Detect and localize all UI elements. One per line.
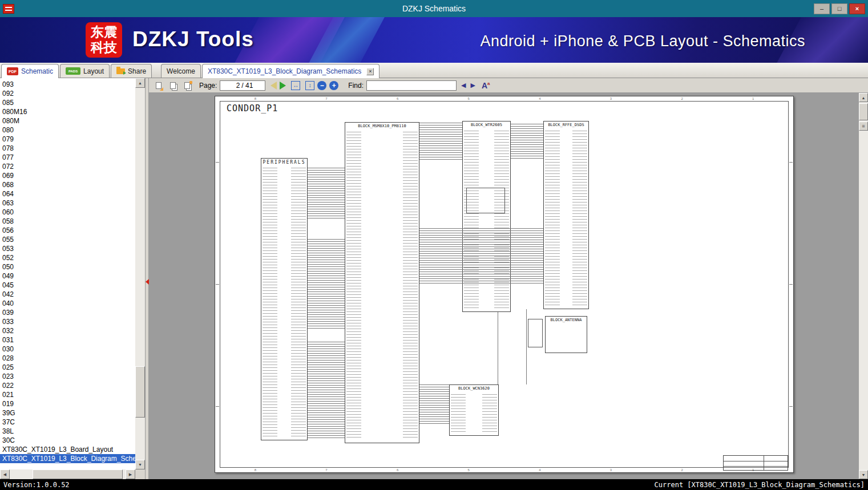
sidebar-item[interactable]: 056 (0, 226, 135, 235)
sidebar-item[interactable]: 068 (0, 180, 135, 189)
page-box: / 41 (220, 80, 265, 91)
tab-close-icon[interactable]: × (366, 68, 374, 75)
scroll-options-icon[interactable]: ≡ (859, 122, 868, 131)
scroll-right-icon[interactable]: ▶ (126, 469, 135, 479)
sidebar-item[interactable]: 069 (0, 171, 135, 180)
schematic-viewport[interactable]: 87654321 87654321 CONDOR_P1 PERIPHERALS … (149, 93, 868, 479)
signal-bus (308, 342, 345, 439)
sidebar-item[interactable]: 30C (0, 436, 135, 445)
block-msm8x10-pm8110: BLOCK_MSM8X10_PM8110 (345, 122, 419, 443)
font-button-letter: A (482, 81, 487, 90)
find-input[interactable] (366, 80, 457, 91)
block-rffe-dsds: BLOCK_RFFE_DSDS (543, 121, 589, 309)
sidebar-horizontal-scrollbar[interactable]: ◀ ▶ (0, 469, 135, 479)
signal-bus (419, 384, 449, 424)
scroll-thumb[interactable] (135, 366, 145, 418)
sidebar-item[interactable]: 050 (0, 262, 135, 272)
fit-width-button[interactable]: ↔ (291, 81, 300, 90)
sidebar-item[interactable]: 079 (0, 135, 135, 144)
sidebar-item[interactable]: 080M (0, 116, 135, 125)
sidebar-item[interactable]: 077 (0, 153, 135, 162)
main-scroll-thumb[interactable] (859, 103, 868, 120)
sidebar-item[interactable]: 064 (0, 189, 135, 199)
sidebar-item[interactable]: 078 (0, 144, 135, 153)
scroll-track[interactable] (135, 88, 145, 460)
scroll-down-icon[interactable]: ▼ (859, 470, 868, 479)
find-next-icon[interactable]: ▶ (471, 82, 475, 89)
hscroll-thumb[interactable] (33, 469, 123, 479)
find-previous-icon[interactable]: ◀ (461, 82, 466, 89)
sidebar-item[interactable]: 052 (0, 253, 135, 262)
sidebar-item[interactable]: 085 (0, 98, 135, 107)
sidebar-item[interactable]: 38L (0, 427, 135, 436)
sidebar-item[interactable]: 033 (0, 317, 135, 326)
sidebar-item[interactable]: 072 (0, 162, 135, 171)
next-page-button[interactable] (280, 82, 286, 90)
sidebar-vertical-scrollbar[interactable]: ▲ ▼ (135, 78, 145, 469)
sidebar-item[interactable]: 37C (0, 418, 135, 427)
sidebar-item[interactable]: 049 (0, 272, 135, 281)
tab-welcome[interactable]: Welcome (161, 64, 201, 78)
zone-number: 7 (291, 96, 362, 101)
zoom-in-button[interactable]: + (329, 81, 338, 90)
sidebar-item[interactable]: 021 (0, 390, 135, 399)
page-number-input[interactable] (223, 82, 240, 90)
sidebar-item[interactable]: 063 (0, 199, 135, 208)
sidebar-item[interactable]: 028 (0, 354, 135, 363)
scroll-left-icon[interactable]: ◀ (0, 469, 10, 479)
signal-bus (419, 228, 543, 285)
sidebar-item[interactable]: 055 (0, 235, 135, 244)
pin-rows (263, 168, 277, 436)
facing-view-icon[interactable] (181, 80, 193, 91)
scroll-down-icon[interactable]: ▼ (135, 460, 145, 469)
zone-number: 3 (575, 468, 647, 472)
pin-rows (482, 394, 497, 432)
sidebar-item[interactable]: 031 (0, 335, 135, 345)
sidebar-item[interactable]: 032 (0, 326, 135, 335)
sidebar-item[interactable]: 060 (0, 208, 135, 217)
scrollbar-corner (135, 469, 145, 479)
single-page-view-icon[interactable] (153, 80, 164, 91)
sidebar-item[interactable]: 023 (0, 372, 135, 381)
main-vertical-scrollbar[interactable]: ▲ ≡ ▼ (859, 93, 868, 479)
logo-text-line1: 东震 (86, 25, 122, 40)
tab-share[interactable]: Share (111, 64, 152, 78)
sidebar-item[interactable]: 092 (0, 89, 135, 98)
sidebar: 093092085080M16080M080079078077072069068… (0, 78, 145, 479)
sidebar-item[interactable]: 040 (0, 299, 135, 308)
signal-wire (498, 312, 498, 384)
sidebar-item[interactable]: 019 (0, 399, 135, 408)
sidebar-item[interactable]: 39G (0, 408, 135, 418)
sidebar-item[interactable]: 025 (0, 363, 135, 372)
pin-rows (545, 131, 560, 305)
zoom-out-button[interactable]: − (317, 81, 326, 90)
scroll-up-icon[interactable]: ▲ (135, 78, 145, 88)
tab-layout[interactable]: PADS Layout (60, 64, 110, 78)
signal-bus (419, 123, 462, 160)
pin-rows (451, 394, 466, 432)
sidebar-item[interactable]: 022 (0, 381, 135, 390)
sidebar-item[interactable]: 058 (0, 217, 135, 226)
sidebar-item[interactable]: XT830C_XT1019_L3_Block_Diagram_Schematic… (0, 454, 135, 463)
sheet-title: CONDOR_P1 (227, 103, 278, 114)
hscroll-track[interactable] (10, 469, 126, 479)
sidebar-item[interactable]: 093 (0, 80, 135, 89)
sidebar-splitter[interactable] (145, 78, 149, 479)
tab-schematic[interactable]: PDF Schematic (1, 64, 59, 78)
sidebar-item[interactable]: 080 (0, 125, 135, 135)
sidebar-item[interactable]: 042 (0, 290, 135, 299)
zone-number: 8 (220, 468, 291, 472)
continuous-view-icon[interactable] (167, 80, 179, 91)
sidebar-item[interactable]: XT830C_XT1019_L3_Board_Layout (0, 445, 135, 454)
scroll-up-icon[interactable]: ▲ (859, 93, 868, 102)
sidebar-item[interactable]: 053 (0, 244, 135, 253)
previous-page-button[interactable] (271, 82, 277, 90)
sidebar-item[interactable]: 039 (0, 308, 135, 317)
sidebar-item[interactable]: 080M16 (0, 107, 135, 116)
tab-active-document[interactable]: XT830C_XT1019_L3_Block_Diagram_Schematic… (202, 64, 380, 78)
sidebar-item[interactable]: 030 (0, 345, 135, 354)
font-size-button[interactable]: Aa (482, 81, 490, 90)
sidebar-item[interactable]: 045 (0, 281, 135, 290)
page-glyph-icon (156, 82, 162, 89)
fit-page-button[interactable]: ↕ (305, 81, 314, 90)
